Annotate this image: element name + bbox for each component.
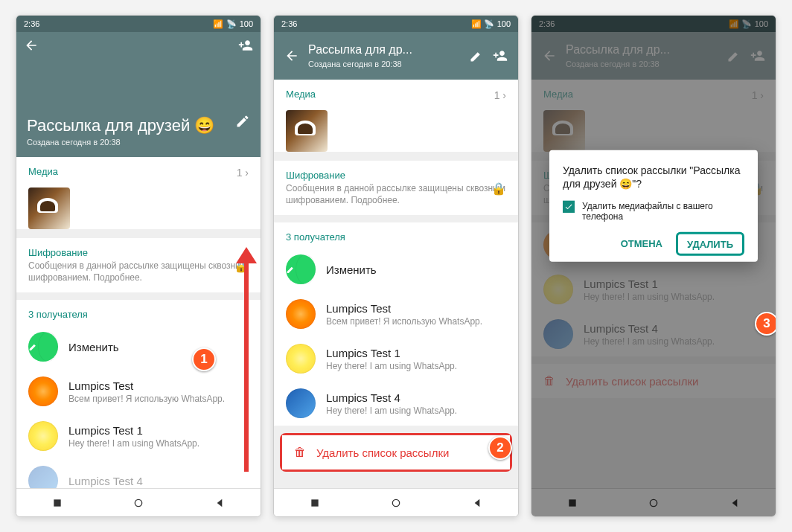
contact-row[interactable]: Lumpics Test 1 Hey there! I am using Wha… <box>16 414 261 458</box>
nav-home-icon[interactable] <box>132 497 144 509</box>
svg-point-3 <box>392 499 399 506</box>
avatar <box>28 466 58 488</box>
delete-broadcast-row[interactable]: 🗑 Удалить список рассылки <box>282 435 510 469</box>
status-time: 2:36 <box>281 19 297 28</box>
scroll-up-arrow-annotation <box>236 247 257 472</box>
contact-row[interactable]: Lumpics Test 4 <box>16 458 261 488</box>
avatar <box>286 388 316 418</box>
broadcast-title: Рассылка для друзей 😄 <box>27 116 250 135</box>
avatar <box>286 344 316 374</box>
back-icon[interactable] <box>24 38 39 53</box>
phone-screen-2: 2:36 📶 📡 100 Рассылка для др... Создана … <box>273 15 519 517</box>
media-thumbnail[interactable] <box>286 110 328 152</box>
dialog-overlay[interactable] <box>531 16 776 516</box>
broadcast-header: Рассылка для др... Создана сегодня в 20:… <box>274 32 518 80</box>
dialog-title: Удалить список рассылки "Рассылка для др… <box>563 164 744 190</box>
edit-recipients-row[interactable]: Изменить <box>274 247 518 292</box>
edit-label: Изменить <box>326 263 506 276</box>
android-navbar <box>16 488 261 516</box>
encryption-row[interactable]: Шифрование Сообщения в данной рассылке з… <box>274 161 518 215</box>
edit-icon <box>28 332 58 362</box>
nav-home-icon[interactable] <box>390 497 402 509</box>
contact-status: Hey there! I am using WhatsApp. <box>68 438 249 449</box>
nav-recent-icon[interactable] <box>309 497 321 509</box>
encryption-title: Шифрование <box>286 170 506 181</box>
edit-label: Изменить <box>68 341 249 353</box>
media-count: 1 › <box>494 89 506 101</box>
step-badge-2: 2 <box>488 436 512 460</box>
media-row[interactable]: Медиа 1 › <box>274 80 518 110</box>
phone-screen-3: 2:36 📶 📡 100 Рассылка для др... Создана … <box>531 15 776 517</box>
avatar <box>286 299 316 329</box>
contact-row[interactable]: Lumpics Test 1 Hey there! I am using Wha… <box>274 336 518 381</box>
contact-name: Lumpics Test <box>326 302 506 315</box>
wifi-icon: 📶 <box>213 19 223 29</box>
contact-name: Lumpics Test 4 <box>68 475 249 487</box>
edit-title-icon[interactable] <box>235 114 250 129</box>
contact-row[interactable]: Lumpics Test Всем привет! Я использую Wh… <box>274 292 518 336</box>
encryption-text: Сообщения в данной рассылке защищены скв… <box>28 260 249 283</box>
delete-button-highlight: Удалить <box>676 232 744 256</box>
created-label: Создана сегодня в 20:38 <box>308 60 460 68</box>
status-icons: 📶 📡 100 <box>213 19 253 29</box>
trash-icon: 🗑 <box>294 446 306 459</box>
media-label: Медиа <box>286 89 316 100</box>
step-badge-3: 3 <box>755 312 776 336</box>
contact-name: Lumpics Test <box>68 379 249 392</box>
contact-name: Lumpics Test 1 <box>68 424 249 437</box>
android-navbar <box>274 488 518 516</box>
cancel-button[interactable]: Отмена <box>613 232 670 256</box>
media-row[interactable]: Медиа 1 › <box>16 157 261 188</box>
svg-rect-2 <box>311 499 318 506</box>
contact-row[interactable]: Lumpics Test 4 Hey there! I am using Wha… <box>274 381 518 426</box>
nav-back-icon[interactable] <box>214 497 226 509</box>
add-person-icon[interactable] <box>238 38 253 53</box>
add-person-icon[interactable] <box>493 48 508 63</box>
status-bar: 2:36 📶 📡 100 <box>16 16 261 32</box>
media-label: Медиа <box>28 166 58 177</box>
lock-icon: 🔒 <box>491 181 506 195</box>
contact-status: Hey there! I am using WhatsApp. <box>326 406 506 416</box>
status-time: 2:36 <box>24 19 39 28</box>
checkbox-icon[interactable] <box>563 201 575 213</box>
delete-label: Удалить список рассылки <box>316 446 449 459</box>
edit-title-icon[interactable] <box>469 48 484 63</box>
scroll-content[interactable]: Медиа 1 › Шифрование Сообщения в данной … <box>16 157 261 488</box>
recipients-header: 3 получателя <box>16 300 261 324</box>
created-label: Создана сегодня в 20:38 <box>27 138 250 147</box>
nav-recent-icon[interactable] <box>51 497 63 509</box>
contact-status: Всем привет! Я использую WhatsApp. <box>326 316 506 327</box>
encryption-row[interactable]: Шифрование Сообщения в данной рассылке з… <box>16 238 261 292</box>
broadcast-header: Рассылка для друзей 😄 Создана сегодня в … <box>16 32 261 157</box>
battery-icon: 100 <box>240 19 253 28</box>
status-bar: 2:36 📶 📡 100 <box>274 16 518 32</box>
edit-icon <box>286 254 316 284</box>
step-badge-1: 1 <box>192 347 216 371</box>
encryption-text: Сообщения в данной рассылке защищены скв… <box>286 182 506 206</box>
delete-confirm-button[interactable]: Удалить <box>680 233 741 256</box>
edit-recipients-row[interactable]: Изменить <box>16 324 261 369</box>
status-icons: 📶 📡 100 <box>471 19 511 29</box>
nav-back-icon[interactable] <box>471 497 483 509</box>
broadcast-title: Рассылка для др... <box>308 43 460 57</box>
avatar <box>28 421 58 451</box>
contact-status: Всем привет! Я использую WhatsApp. <box>68 394 249 404</box>
avatar <box>28 376 58 406</box>
phone-screen-1: 2:36 📶 📡 100 Рассылка для друзей 😄 Созда… <box>16 15 261 517</box>
back-icon[interactable] <box>284 48 299 63</box>
confirm-delete-dialog: Удалить список рассылки "Рассылка для др… <box>549 150 758 262</box>
encryption-title: Шифрование <box>28 247 249 258</box>
checkbox-label: Удалить медиафайлы с вашего телефона <box>582 201 744 222</box>
delete-highlight: 🗑 Удалить список рассылки <box>280 433 512 472</box>
dialog-checkbox-row[interactable]: Удалить медиафайлы с вашего телефона <box>563 201 744 222</box>
contact-status: Hey there! I am using WhatsApp. <box>326 361 506 371</box>
scroll-content[interactable]: Медиа 1 › Шифрование Сообщения в данной … <box>274 80 518 488</box>
recipients-header: 3 получателя <box>274 222 518 247</box>
media-thumbnail[interactable] <box>28 188 70 229</box>
signal-icon: 📡 <box>226 19 237 29</box>
contact-row[interactable]: Lumpics Test Всем привет! Я использую Wh… <box>16 369 261 414</box>
contact-name: Lumpics Test 4 <box>326 391 506 404</box>
svg-point-1 <box>135 499 141 506</box>
media-count: 1 › <box>237 167 249 179</box>
contact-name: Lumpics Test 1 <box>326 347 506 359</box>
